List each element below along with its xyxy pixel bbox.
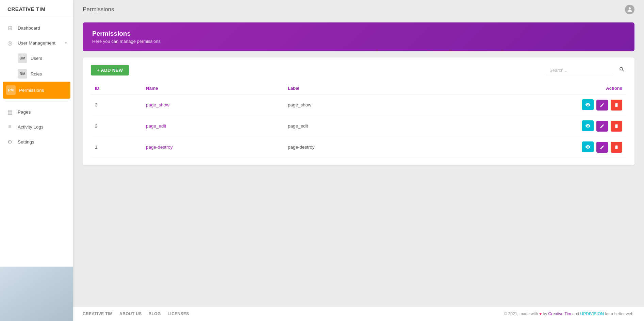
footer-link-licenses[interactable]: LICENSES	[168, 311, 189, 316]
avatar[interactable]	[625, 5, 634, 14]
sidebar-divider-1	[5, 101, 68, 102]
table-card: + ADD NEW ID Name Label A	[83, 57, 634, 165]
footer-suffix-text: for a better web.	[605, 311, 634, 316]
cell-label: page-destroy	[284, 137, 426, 158]
user-management-icon: ◎	[6, 39, 14, 47]
col-label: Label	[284, 82, 426, 95]
table-row: 2 page_edit page_edit	[91, 116, 626, 137]
edit-button[interactable]	[596, 142, 608, 153]
edit-button[interactable]	[596, 100, 608, 111]
edit-button[interactable]	[596, 121, 608, 132]
table-toolbar: + ADD NEW	[91, 65, 626, 75]
topbar-right	[625, 5, 634, 14]
footer-links: CREATIVE TIM ABOUT US BLOG LICENSES	[83, 311, 189, 316]
footer: CREATIVE TIM ABOUT US BLOG LICENSES © 20…	[73, 306, 644, 321]
pages-icon: ▤	[6, 108, 14, 116]
table-row: 3 page_show page_show	[91, 95, 626, 116]
sidebar-label-roles: Roles	[31, 71, 67, 77]
header-card: Permissions Here you can manage permissi…	[83, 22, 634, 51]
sidebar-label-pages: Pages	[18, 109, 67, 115]
users-badge: UM	[18, 53, 27, 63]
sidebar-logo: CREATIVE TIM	[0, 0, 73, 17]
table-header-row: ID Name Label Actions	[91, 82, 626, 95]
sidebar-label-users: Users	[31, 56, 67, 61]
sidebar-item-activity-logs[interactable]: ≡ Activity Logs	[0, 119, 73, 134]
sidebar-item-settings[interactable]: ⚙ Settings	[0, 134, 73, 149]
cell-id: 3	[91, 95, 142, 116]
sidebar-background	[0, 267, 73, 321]
heart-icon: ♥	[539, 311, 542, 316]
table-head: ID Name Label Actions	[91, 82, 626, 95]
header-card-title: Permissions	[92, 30, 625, 37]
col-name: Name	[142, 82, 284, 95]
sidebar-nav: ⊞ Dashboard ◎ User Management ▾ UM Users…	[0, 17, 73, 267]
topbar: Permissions	[73, 0, 644, 19]
search-button[interactable]	[617, 65, 626, 75]
col-actions: Actions	[426, 82, 626, 95]
search-area	[547, 65, 626, 75]
activity-logs-icon: ≡	[6, 123, 14, 131]
dashboard-icon: ⊞	[6, 24, 14, 32]
sidebar-label-settings: Settings	[18, 139, 67, 145]
delete-button[interactable]	[611, 142, 622, 153]
sidebar-item-permissions[interactable]: PM Permissions	[3, 82, 70, 99]
sidebar-bg-image	[0, 267, 73, 321]
sidebar-item-users[interactable]: UM Users	[0, 50, 73, 66]
footer-brand-updivision: UPDIVISION	[580, 311, 604, 316]
sidebar-item-user-management[interactable]: ◎ User Management ▾	[0, 35, 73, 50]
search-icon	[619, 66, 625, 72]
footer-by-text: by	[543, 311, 548, 316]
table-body: 3 page_show page_show 2 page_edit page_e…	[91, 95, 626, 158]
header-card-subtitle: Here you can manage permissions	[92, 39, 625, 44]
view-button[interactable]	[582, 120, 594, 131]
col-id: ID	[91, 82, 142, 95]
cell-actions	[426, 116, 626, 137]
table-row: 1 page-destroy page-destroy	[91, 137, 626, 158]
cell-name[interactable]: page_edit	[142, 116, 284, 137]
search-input[interactable]	[547, 66, 615, 75]
delete-button[interactable]	[611, 121, 622, 132]
cell-name[interactable]: page_show	[142, 95, 284, 116]
main-content: Permissions Permissions Here you can man…	[73, 0, 644, 321]
chevron-down-icon: ▾	[65, 41, 67, 45]
cell-label: page_edit	[284, 116, 426, 137]
view-button[interactable]	[582, 99, 594, 110]
footer-copyright-text: © 2021, made with	[504, 311, 539, 316]
cell-label: page_show	[284, 95, 426, 116]
footer-link-creative-tim[interactable]: CREATIVE TIM	[83, 311, 113, 316]
roles-badge: RM	[18, 69, 27, 79]
user-icon	[627, 7, 632, 12]
view-button[interactable]	[582, 141, 594, 152]
sidebar-label-dashboard: Dashboard	[18, 26, 67, 31]
settings-icon: ⚙	[6, 138, 14, 146]
sidebar-item-pages[interactable]: ▤ Pages	[0, 104, 73, 119]
sidebar-label-user-management: User Management	[18, 40, 65, 46]
footer-brand-creative-tim: Creative Tim	[548, 311, 571, 316]
sidebar-label-permissions: Permissions	[19, 88, 67, 93]
add-new-button[interactable]: + ADD NEW	[91, 65, 129, 75]
footer-link-about-us[interactable]: ABOUT US	[119, 311, 142, 316]
cell-id: 2	[91, 116, 142, 137]
cell-actions	[426, 137, 626, 158]
sidebar: CREATIVE TIM ⊞ Dashboard ◎ User Manageme…	[0, 0, 73, 321]
cell-actions	[426, 95, 626, 116]
permissions-badge: PM	[6, 85, 16, 95]
page-content: Permissions Here you can manage permissi…	[73, 19, 644, 306]
page-title: Permissions	[83, 6, 114, 13]
footer-link-blog[interactable]: BLOG	[149, 311, 161, 316]
permissions-table: ID Name Label Actions 3 page_show page_s…	[91, 82, 626, 158]
cell-name[interactable]: page-destroy	[142, 137, 284, 158]
cell-id: 1	[91, 137, 142, 158]
sidebar-item-roles[interactable]: RM Roles	[0, 66, 73, 82]
sidebar-item-dashboard[interactable]: ⊞ Dashboard	[0, 20, 73, 35]
sidebar-label-activity-logs: Activity Logs	[18, 124, 67, 130]
footer-and-text: and	[572, 311, 580, 316]
footer-copyright: © 2021, made with ♥ by Creative Tim and …	[504, 311, 634, 316]
delete-button[interactable]	[611, 100, 622, 111]
